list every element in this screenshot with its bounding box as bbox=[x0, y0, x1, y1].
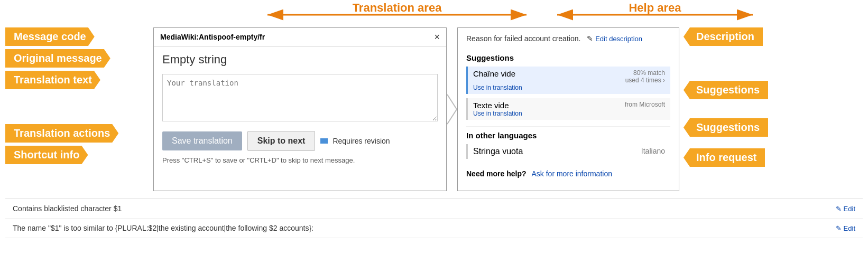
row-2-edit-link[interactable]: ✎ Edit bbox=[836, 224, 855, 232]
edit-description-link[interactable]: Edit description bbox=[595, 35, 642, 43]
table-row: The name "$1" is too similar to {PLURAL:… bbox=[5, 219, 863, 238]
suggestion-item-1: Chaîne vide 80% match used 4 times › Use… bbox=[466, 67, 670, 94]
language-name: Italiano bbox=[641, 147, 665, 156]
suggestion-1-match: 80% match bbox=[633, 69, 665, 77]
help-area-arrow: Help area bbox=[549, 3, 761, 26]
dialog-header: MediaWiki:Antispoof-empty/fr × bbox=[154, 28, 446, 46]
translation-actions-row: Save translation Skip to next Requires r… bbox=[162, 131, 438, 151]
row-1-edit-link[interactable]: ✎ Edit bbox=[836, 205, 855, 213]
row-2-text: The name "$1" is too similar to {PLURAL:… bbox=[13, 224, 313, 232]
help-area-label: Help area bbox=[629, 3, 681, 14]
suggestion-1-times: used 4 times › bbox=[625, 77, 665, 84]
language-item-italiano: Stringa vuota Italiano bbox=[466, 144, 670, 159]
edit-description-pencil: ✎ bbox=[587, 34, 593, 43]
translation-area-arrow: Translation area bbox=[260, 3, 534, 26]
row-1-text: Contains blacklisted character $1 bbox=[13, 204, 122, 213]
requires-revision-button[interactable]: Requires revision bbox=[320, 137, 390, 145]
message-code-label: Message code bbox=[5, 27, 95, 46]
bottom-messages-table: Contains blacklisted character $1 ✎ Edit… bbox=[5, 199, 863, 238]
panel-separator bbox=[446, 27, 458, 191]
translation-textarea[interactable] bbox=[162, 74, 438, 121]
translation-actions-label: Translation actions bbox=[5, 124, 118, 143]
suggestion-item-2: Texte vide from Microsoft Use in transla… bbox=[466, 98, 670, 120]
original-message-text: Empty string bbox=[162, 53, 438, 67]
suggestions-right-label-1: Suggestions bbox=[684, 81, 768, 99]
language-text: Stringa vuota bbox=[473, 147, 523, 156]
info-request-right-label: Info request bbox=[684, 148, 765, 167]
suggestion-1-text: Chaîne vide bbox=[473, 69, 515, 78]
help-description: Reason for failed account creation. ✎ Ed… bbox=[466, 34, 670, 47]
translation-area-label: Translation area bbox=[353, 3, 442, 14]
right-labels-column: Description Suggestions Suggestions Info… bbox=[684, 27, 789, 191]
original-message-label: Original message bbox=[5, 49, 110, 68]
description-right-label: Description bbox=[684, 27, 763, 46]
shortcut-info-label: Shortcut info bbox=[5, 146, 88, 164]
ask-for-info-link[interactable]: Ask for more information bbox=[531, 169, 612, 178]
other-languages-title: In other languages bbox=[466, 131, 670, 140]
close-button[interactable]: × bbox=[434, 32, 440, 42]
in-other-languages-section: In other languages Stringa vuota Italian… bbox=[466, 126, 670, 159]
flag-icon bbox=[320, 138, 328, 144]
dialog-title: MediaWiki:Antispoof-empty/fr bbox=[160, 33, 265, 41]
suggestions-title: Suggestions bbox=[466, 53, 670, 62]
translation-dialog: MediaWiki:Antispoof-empty/fr × Empty str… bbox=[153, 27, 447, 191]
suggestion-2-source: from Microsoft bbox=[625, 101, 665, 108]
suggestion-2-use-link[interactable]: Use in translation bbox=[473, 110, 665, 117]
suggestion-2-text: Texte vide bbox=[473, 101, 509, 110]
table-row: Contains blacklisted character $1 ✎ Edit bbox=[5, 199, 863, 219]
need-help-label: Need more help? bbox=[466, 169, 527, 178]
save-translation-button[interactable]: Save translation bbox=[162, 131, 242, 150]
suggestions-right-label-2: Suggestions bbox=[684, 118, 768, 137]
need-help-section: Need more help? Ask for more information bbox=[466, 165, 670, 178]
help-panel: Reason for failed account creation. ✎ Ed… bbox=[457, 27, 679, 191]
left-labels-column: Message code Original message Translatio… bbox=[5, 27, 153, 191]
suggestion-1-use-link[interactable]: Use in translation bbox=[473, 84, 665, 91]
skip-to-next-button[interactable]: Skip to next bbox=[247, 131, 316, 151]
translation-text-label: Translation text bbox=[5, 71, 100, 89]
shortcut-info-text: Press "CTRL+S" to save or "CRTL+D" to sk… bbox=[162, 156, 438, 164]
